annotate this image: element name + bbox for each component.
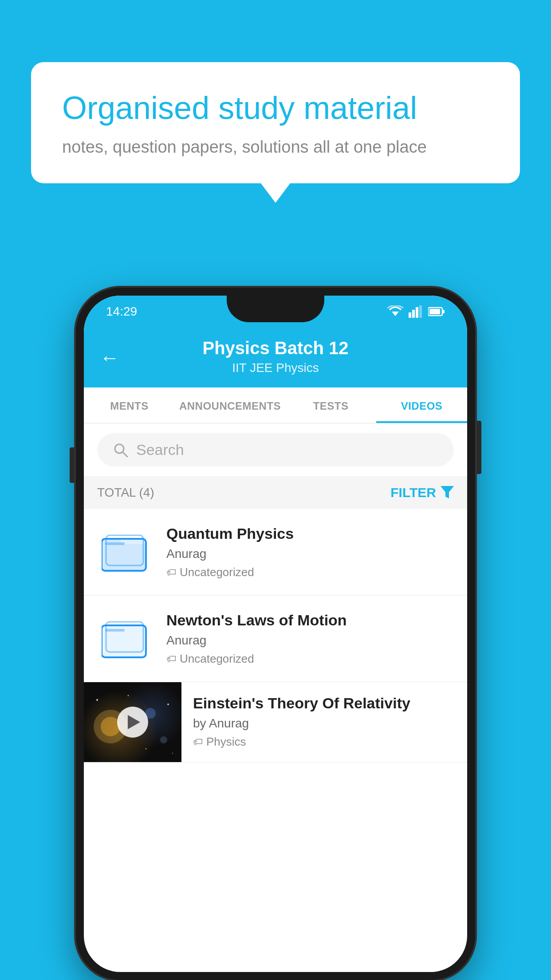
video-title-quantum: Quantum Physics	[166, 525, 454, 542]
wifi-icon	[387, 305, 403, 318]
battery-icon	[428, 307, 445, 316]
video-item-newton[interactable]: Newton's Laws of Motion Anurag 🏷 Uncateg…	[84, 596, 467, 682]
video-title-newton: Newton's Laws of Motion	[166, 612, 454, 629]
svg-point-26	[146, 748, 147, 750]
video-tag-einstein: 🏷 Physics	[193, 735, 458, 749]
filter-label: FILTER	[390, 485, 436, 500]
svg-point-27	[172, 753, 173, 754]
svg-point-24	[128, 695, 129, 696]
video-thumbnail-newton	[97, 610, 155, 668]
svg-rect-2	[412, 310, 415, 318]
svg-line-9	[122, 452, 127, 457]
video-author-newton: Anurag	[166, 633, 454, 648]
svg-rect-1	[409, 312, 411, 318]
status-bar: 14:29	[84, 296, 467, 328]
video-author-einstein: by Anurag	[193, 716, 458, 731]
video-thumbnail-quantum	[97, 523, 155, 581]
svg-marker-10	[441, 486, 454, 498]
einstein-thumbnail	[84, 682, 181, 762]
status-icons	[387, 305, 445, 318]
header-subtitle: IIT JEE Physics	[232, 361, 319, 375]
svg-rect-4	[419, 305, 422, 318]
speech-bubble: Organised study material notes, question…	[31, 62, 520, 183]
video-list: Quantum Physics Anurag 🏷 Uncategorized	[84, 509, 467, 763]
tab-ments[interactable]: MENTS	[84, 387, 175, 423]
filter-funnel-icon	[441, 486, 454, 499]
video-item-einstein[interactable]: Einstein's Theory Of Relativity by Anura…	[84, 682, 467, 763]
video-tag-text-quantum: Uncategorized	[180, 565, 254, 579]
tag-icon-newton: 🏷	[166, 653, 176, 665]
video-info-quantum: Quantum Physics Anurag 🏷 Uncategorized	[166, 525, 454, 579]
signal-icon	[409, 305, 423, 318]
total-label: TOTAL (4)	[97, 486, 154, 500]
header-title: Physics Batch 12	[202, 338, 348, 358]
video-tag-text-einstein: Physics	[206, 735, 246, 749]
tab-announcements[interactable]: ANNOUNCEMENTS	[175, 387, 285, 423]
status-time: 14:29	[106, 304, 137, 319]
video-author-quantum: Anurag	[166, 547, 454, 561]
search-icon	[113, 443, 128, 458]
phone-screen: 14:29	[84, 296, 467, 972]
svg-rect-18	[105, 629, 125, 632]
svg-marker-0	[392, 312, 399, 316]
video-info-newton: Newton's Laws of Motion Anurag 🏷 Uncateg…	[166, 612, 454, 666]
svg-point-22	[160, 736, 167, 743]
svg-point-25	[167, 703, 169, 705]
filter-row: TOTAL (4) FILTER	[84, 476, 467, 509]
filter-button[interactable]: FILTER	[390, 485, 454, 500]
svg-rect-7	[429, 309, 440, 314]
svg-rect-3	[416, 307, 418, 318]
video-tag-newton: 🏷 Uncategorized	[166, 652, 454, 666]
svg-rect-6	[442, 310, 445, 313]
svg-point-23	[96, 699, 98, 701]
back-button[interactable]: ←	[100, 347, 119, 369]
tabs-bar: MENTS ANNOUNCEMENTS TESTS VIDEOS	[84, 387, 467, 423]
play-triangle-icon	[128, 715, 140, 729]
tag-icon-quantum: 🏷	[166, 567, 176, 578]
video-item-quantum[interactable]: Quantum Physics Anurag 🏷 Uncategorized	[84, 509, 467, 596]
speech-bubble-title: Organised study material	[62, 89, 489, 127]
speech-bubble-subtitle: notes, question papers, solutions all at…	[62, 138, 489, 157]
play-button-einstein[interactable]	[117, 707, 148, 738]
video-tag-text-newton: Uncategorized	[180, 652, 254, 666]
tab-videos[interactable]: VIDEOS	[376, 387, 467, 423]
search-container: Search	[84, 423, 467, 476]
tag-icon-einstein: 🏷	[193, 736, 203, 748]
tab-tests[interactable]: TESTS	[285, 387, 376, 423]
folder-icon-newton	[102, 614, 150, 663]
video-info-einstein: Einstein's Theory Of Relativity by Anura…	[193, 682, 467, 761]
svg-rect-13	[105, 542, 125, 545]
speech-bubble-container: Organised study material notes, question…	[31, 62, 520, 183]
search-placeholder: Search	[136, 441, 184, 458]
video-title-einstein: Einstein's Theory Of Relativity	[193, 695, 458, 712]
video-tag-quantum: 🏷 Uncategorized	[166, 565, 454, 579]
phone-outer: 14:29	[76, 288, 475, 980]
phone-frame: 14:29	[76, 288, 475, 980]
search-box[interactable]: Search	[97, 433, 454, 466]
folder-icon-quantum	[102, 528, 150, 577]
app-header: ← Physics Batch 12 IIT JEE Physics	[84, 328, 467, 387]
